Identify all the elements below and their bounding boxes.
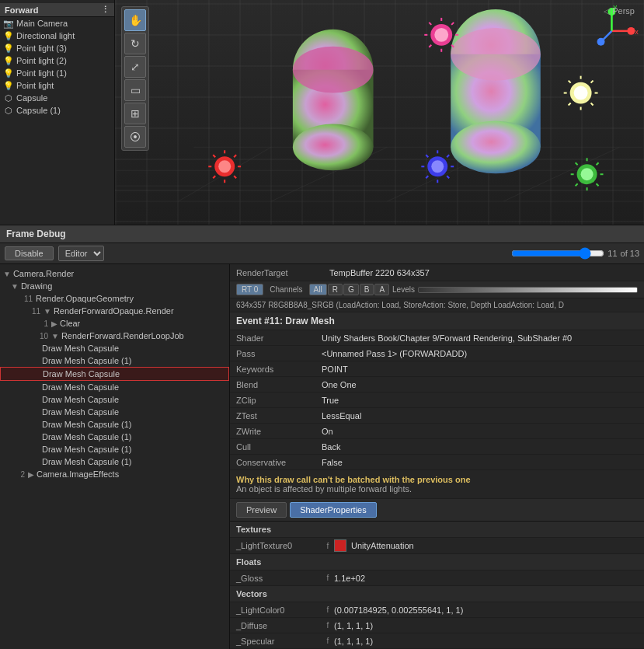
zclip-label: ZClip (236, 396, 322, 405)
frame-slider-container: 11 of 13 (511, 247, 639, 260)
editor-select[interactable]: Editor (58, 246, 104, 261)
tree-item-render-opaque[interactable]: 11 Render.OpaqueGeometry (0, 292, 229, 305)
tree-item-clear[interactable]: 1 ▶ Clear (0, 317, 229, 330)
svg-line-32 (591, 81, 594, 83)
point-light-3-icon: 💡 (3, 43, 14, 54)
levels-bar: Levels (392, 285, 638, 294)
shader-properties-tab[interactable]: ShaderProperties (290, 502, 377, 518)
pass-label: Pass (236, 349, 322, 358)
channel-all-button[interactable]: All (309, 284, 327, 295)
tree-item-renderforward[interactable]: 11 ▼ RenderForwardOpaque.Render (0, 305, 229, 317)
conservative-row: Conservative False (230, 455, 644, 470)
hierarchy-item-pointlight[interactable]: 💡 Point light (0, 79, 114, 92)
svg-line-23 (429, 23, 431, 25)
hierarchy-title: Forward ⋮ (0, 3, 114, 17)
hierarchy-item-capsule1[interactable]: ⬡ Capsule (1) (0, 104, 114, 117)
tree-item-camera-render[interactable]: ▼ Camera.Render (0, 267, 229, 280)
tree-item-drawing[interactable]: ▼ Drawing (0, 280, 229, 292)
tree-item-draw8[interactable]: Draw Mesh Capsule (1) (0, 431, 229, 443)
keywords-row: Keywords POINT (230, 361, 644, 377)
tree-item-imageeffects[interactable]: 2 ▶ Camera.ImageEffects (0, 468, 229, 480)
ztest-value: LessEqual (322, 411, 638, 420)
rendertarget-value: TempBuffer 2220 634x357 (329, 268, 638, 277)
channel-a-button[interactable]: A (374, 284, 389, 295)
zwrite-value: On (322, 427, 638, 436)
hierarchy-item-pointlight1[interactable]: 💡 Point light (1) (0, 67, 114, 79)
tree-item-label: Drawing (21, 281, 52, 291)
svg-point-17 (434, 28, 448, 42)
hierarchy-item-camera[interactable]: 📷 Main Camera (0, 17, 114, 30)
preview-tab[interactable]: Preview (236, 502, 287, 518)
zclip-row: ZClip True (230, 393, 644, 408)
tree-item-draw5[interactable]: Draw Mesh Capsule (0, 393, 229, 406)
event-header: Event #11: Draw Mesh (230, 312, 644, 330)
tree-item-draw2[interactable]: Draw Mesh Capsule (1) (0, 354, 229, 367)
type-f: f (322, 574, 334, 582)
levels-label: Levels (392, 285, 415, 294)
format-text: 634x357 R8G8B8A8_SRGB (LoadAction: Load,… (236, 301, 564, 309)
ztest-label: ZTest (236, 411, 322, 420)
hierarchy-menu-icon[interactable]: ⋮ (101, 5, 110, 15)
shader-label: Shader (236, 333, 322, 343)
channel-b-button[interactable]: B (360, 284, 374, 295)
tree-item-draw10[interactable]: Draw Mesh Capsule (1) (0, 455, 229, 468)
ztest-row: ZTest LessEqual (230, 408, 644, 424)
perspective-label: ◁ Persp (604, 6, 635, 16)
svg-line-65 (576, 183, 578, 186)
batch-warning: Why this draw call can't be batched with… (230, 470, 644, 499)
main-content: ▼ Camera.Render ▼ Drawing 11 Render.Opaq… (0, 264, 644, 649)
svg-line-34 (591, 103, 594, 106)
tree-num-badge: 11 (26, 307, 40, 316)
tree-item-label: Render.OpaqueGeometry (36, 294, 134, 303)
tree-item-renderloop[interactable]: 10 ▼ RenderForward.RenderLoopJob (0, 330, 229, 342)
tree-item-draw6[interactable]: Draw Mesh Capsule (0, 406, 229, 418)
frame-slider[interactable] (511, 247, 604, 260)
tree-item-draw9[interactable]: Draw Mesh Capsule (1) (0, 443, 229, 455)
light-texture-value: UnityAttenuation (351, 541, 638, 550)
lightcolor-value: (0.007184925, 0.002555641, 1, 1) (334, 605, 638, 615)
type-f: f (322, 542, 334, 550)
hierarchy-item-pointlight2[interactable]: 💡 Point light (2) (0, 54, 114, 67)
arrow-icon: ▼ (3, 270, 11, 278)
specular-value: (1, 1, 1, 1) (334, 637, 638, 646)
gloss-label: _Gloss (236, 574, 322, 583)
viewport-3d[interactable]: ✋ ↻ ⤢ ▭ ⊞ ⦿ (115, 0, 644, 225)
hierarchy-item-capsule[interactable]: ⬡ Capsule (0, 92, 114, 104)
channel-g-button[interactable]: G (343, 284, 359, 295)
light-texture-label: _LightTexture0 (236, 541, 322, 550)
svg-line-54 (447, 176, 449, 178)
channel-r-button[interactable]: R (328, 284, 343, 295)
keywords-value: POINT (322, 365, 638, 374)
svg-point-15 (451, 28, 541, 81)
keywords-label: Keywords (236, 365, 322, 374)
rendertarget-row: RenderTarget TempBuffer 2220 634x357 (230, 264, 644, 281)
disable-button[interactable]: Disable (5, 246, 54, 260)
rt-button[interactable]: RT 0 (236, 284, 263, 295)
texture-swatch[interactable] (334, 539, 346, 552)
rendertarget-label: RenderTarget (236, 268, 329, 277)
hierarchy-item-label: Directional light (16, 31, 75, 40)
tree-item-label: Draw Mesh Capsule (1) (42, 445, 132, 454)
pass-row: Pass <Unnamed Pass 1> (FORWARDADD) (230, 346, 644, 361)
tree-item-label: Draw Mesh Capsule (42, 407, 119, 417)
tree-item-draw1[interactable]: Draw Mesh Capsule (0, 342, 229, 354)
svg-line-22 (451, 23, 454, 25)
persp-text: Persp (612, 6, 635, 16)
svg-line-45 (213, 176, 215, 178)
tree-item-draw4[interactable]: Draw Mesh Capsule (0, 381, 229, 393)
levels-slider[interactable] (418, 287, 638, 293)
lightcolor-row: _LightColor0 f (0.007184925, 0.002555641… (230, 602, 644, 618)
tree-item-label: Clear (60, 319, 80, 328)
hierarchy-item-label: Main Camera (16, 19, 68, 28)
arrow-icon: ▼ (11, 282, 19, 291)
tree-item-draw7[interactable]: Draw Mesh Capsule (1) (0, 418, 229, 431)
svg-point-11 (293, 47, 374, 93)
hierarchy-item-dirlight[interactable]: 💡 Directional light (0, 30, 114, 42)
svg-point-71 (597, 38, 605, 46)
directional-light-icon: 💡 (3, 30, 14, 41)
tree-item-draw3-selected[interactable]: Draw Mesh Capsule (0, 367, 229, 381)
conservative-value: False (322, 458, 638, 467)
type-f: f (322, 605, 334, 614)
tree-num-badge: 1 (34, 319, 48, 328)
hierarchy-item-pointlight3[interactable]: 💡 Point light (3) (0, 42, 114, 54)
